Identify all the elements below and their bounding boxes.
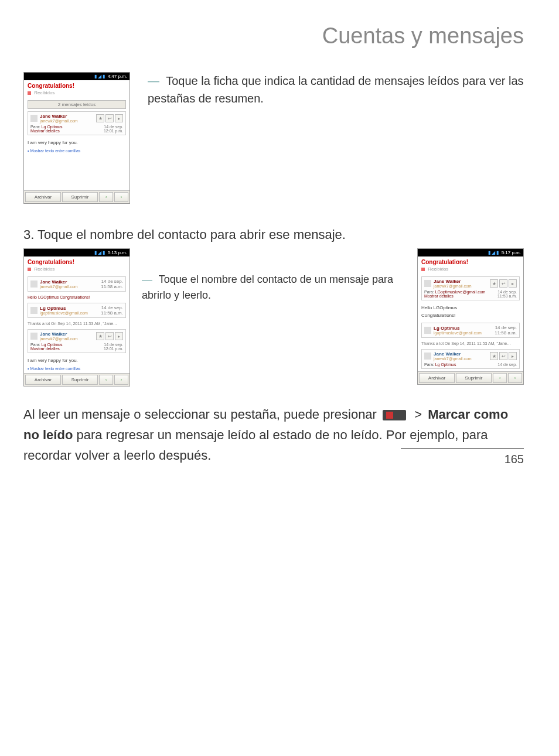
msg-date: 14 de sep. xyxy=(104,125,123,129)
para-value: Lg Optimus xyxy=(42,125,63,129)
more-icon[interactable]: ▸ xyxy=(509,279,517,288)
snippet-2: Thanks a lot On Sep 14, 2011 11:53 AM, "… xyxy=(418,340,523,347)
star-icon[interactable]: ★ xyxy=(490,279,498,288)
caption-dash-icon: — xyxy=(142,272,152,288)
message-card-2[interactable]: Lg Optimus lgoptimuslove@gmail.com 14 de… xyxy=(28,303,126,318)
mail-subject: Congratulations! xyxy=(24,256,129,266)
para-label: Para: xyxy=(30,343,40,347)
star-icon[interactable]: ★ xyxy=(490,352,498,360)
caption-1: Toque la ficha que indica la cantidad de… xyxy=(148,74,524,105)
show-quoted-link[interactable]: • Mostrar texto entre comillas xyxy=(24,148,129,155)
delete-button[interactable]: Suprimir xyxy=(62,375,98,385)
msg-date: 14 de sep. xyxy=(497,290,517,294)
messages-read-tab[interactable]: 2 mensajes leídos xyxy=(28,100,126,109)
msg-time: 11:58 a.m. xyxy=(101,284,123,289)
reply-icon[interactable]: ↩ xyxy=(499,279,507,288)
archive-button[interactable]: Archivar xyxy=(419,373,455,383)
msg-date: 14 de sep. xyxy=(104,343,123,347)
para-post: para regresar un mensaje leído al estado… xyxy=(23,427,488,463)
inbox-label: Recibidos xyxy=(418,266,523,274)
message-card[interactable]: Jane Walker janewk7@gmail.com ★ ↩ ▸ Para… xyxy=(28,111,126,135)
status-bar: ▮ ◢ ▮ 5:13 p.m. xyxy=(24,249,129,256)
msg-time: 12:01 p.m. xyxy=(104,129,123,133)
show-details[interactable]: Mostrar detalles xyxy=(30,129,60,133)
signal-icon: ▮ ◢ ▮ xyxy=(94,250,105,255)
msg-date: 14 de sep. xyxy=(497,362,517,367)
more-icon[interactable]: ▸ xyxy=(115,114,123,122)
footer-bar: Archivar Suprimir ‹ › xyxy=(24,190,129,203)
signal-icon: ▮ ◢ ▮ xyxy=(488,250,499,255)
message-card-3[interactable]: Jane Walker janewk7@gmail.com ★ ↩ ▸ Para… xyxy=(28,329,126,353)
star-icon[interactable]: ★ xyxy=(96,332,104,340)
reply-icon[interactable]: ↩ xyxy=(105,114,114,122)
status-time: 5:13 p.m. xyxy=(108,250,127,255)
show-quoted-link[interactable]: • Mostrar texto entre comillas xyxy=(24,365,129,373)
more-icon[interactable]: ▸ xyxy=(115,332,123,340)
message-card-1[interactable]: Jane Walker janewk7@gmail.com ★ ↩ ▸ Para… xyxy=(421,276,520,300)
sender-name: Jane Walker xyxy=(434,351,490,357)
message-card-2[interactable]: Lg Optimus lgoptimuslove@gmail.com 14 de… xyxy=(421,323,520,338)
msg-date: 14 de sep. xyxy=(495,325,517,330)
sender-email: janewk7@gmail.com xyxy=(40,337,96,341)
caption-dash-icon: — xyxy=(148,72,159,90)
reply-icon[interactable]: ↩ xyxy=(499,352,507,360)
prev-button[interactable]: ‹ xyxy=(99,375,113,385)
message-body-b: Congratulations! xyxy=(418,313,523,320)
prev-button[interactable]: ‹ xyxy=(493,373,507,383)
avatar xyxy=(30,307,38,314)
next-button[interactable]: › xyxy=(508,373,522,383)
avatar xyxy=(30,280,38,288)
status-bar: ▮ ◢ ▮ 4:47 p.m. xyxy=(24,73,129,80)
avatar xyxy=(424,327,431,334)
menu-key-icon xyxy=(383,410,406,420)
page-number: 165 xyxy=(505,453,524,466)
sender-name: Jane Walker xyxy=(40,331,96,337)
para-value: Lg Optimus xyxy=(42,343,63,347)
next-button[interactable]: › xyxy=(114,192,128,202)
mail-subject: Congratulations! xyxy=(24,80,129,90)
sender-email: janewk7@gmail.com xyxy=(40,119,96,123)
footer-bar: Archivar Suprimir ‹ › xyxy=(24,373,129,386)
phone-screenshot-1: ▮ ◢ ▮ 4:47 p.m. Congratulations! Recibid… xyxy=(23,72,130,204)
phone-screenshot-2: ▮ ◢ ▮ 5:13 p.m. Congratulations! Recibid… xyxy=(23,248,130,386)
sender-email: janewk7@gmail.com xyxy=(434,357,490,361)
paragraph: Al leer un mensaje o seleccionar su pest… xyxy=(23,404,524,466)
prev-button[interactable]: ‹ xyxy=(99,192,113,202)
show-details[interactable]: Mostrar detalles xyxy=(30,347,60,351)
sender-email: janewk7@gmail.com xyxy=(434,284,490,288)
next-button[interactable]: › xyxy=(114,375,128,385)
message-body-a: Hello LGOptimus xyxy=(418,303,523,313)
delete-button[interactable]: Suprimir xyxy=(456,373,492,383)
msg-date: 14 de sep. xyxy=(101,305,123,310)
sender-email: lgoptimuslove@gmail.com xyxy=(434,331,495,335)
avatar xyxy=(30,333,38,340)
sender-name: Lg Optimus xyxy=(434,326,495,331)
inbox-color-icon xyxy=(421,268,425,271)
message-card-3[interactable]: Jane Walker janewk7@gmail.com ★ ↩ ▸ Para… xyxy=(421,349,520,369)
msg-time: 11:58 a.m. xyxy=(101,310,123,316)
caption-2: Toque el nombre del contacto de un mensa… xyxy=(142,273,393,301)
star-icon[interactable]: ★ xyxy=(96,114,104,122)
reply-icon[interactable]: ↩ xyxy=(105,332,114,340)
more-icon[interactable]: ▸ xyxy=(509,352,517,360)
archive-button[interactable]: Archivar xyxy=(25,375,61,385)
inbox-text: Recibidos xyxy=(428,266,448,272)
footer-rule xyxy=(401,448,524,449)
msg-date: 14 de sep. xyxy=(101,279,123,284)
inbox-text: Recibidos xyxy=(34,90,54,95)
status-bar: ▮ ◢ ▮ 5:17 p.m. xyxy=(418,249,523,256)
delete-button[interactable]: Suprimir xyxy=(62,192,98,202)
msg-time: 11:53 a.m. xyxy=(497,294,517,298)
sender-email: janewk7@gmail.com xyxy=(40,285,101,289)
step-3-title: 3. Toque el nombre del contacto para abr… xyxy=(23,227,524,242)
archive-button[interactable]: Archivar xyxy=(25,192,61,202)
inbox-text: Recibidos xyxy=(34,266,54,272)
inbox-label: Recibidos xyxy=(24,266,129,274)
mail-subject: Congratulations! xyxy=(418,256,523,266)
show-details[interactable]: Mostrar detalles xyxy=(424,294,454,298)
para-label: Para: xyxy=(424,362,434,367)
status-time: 5:17 p.m. xyxy=(502,250,521,255)
message-body: I am very happy for you. xyxy=(24,138,129,148)
snippet-1: Hello LGOptimus Congratulations! xyxy=(24,294,129,300)
message-card-1[interactable]: Jane Walker janewk7@gmail.com 14 de sep.… xyxy=(28,276,126,292)
